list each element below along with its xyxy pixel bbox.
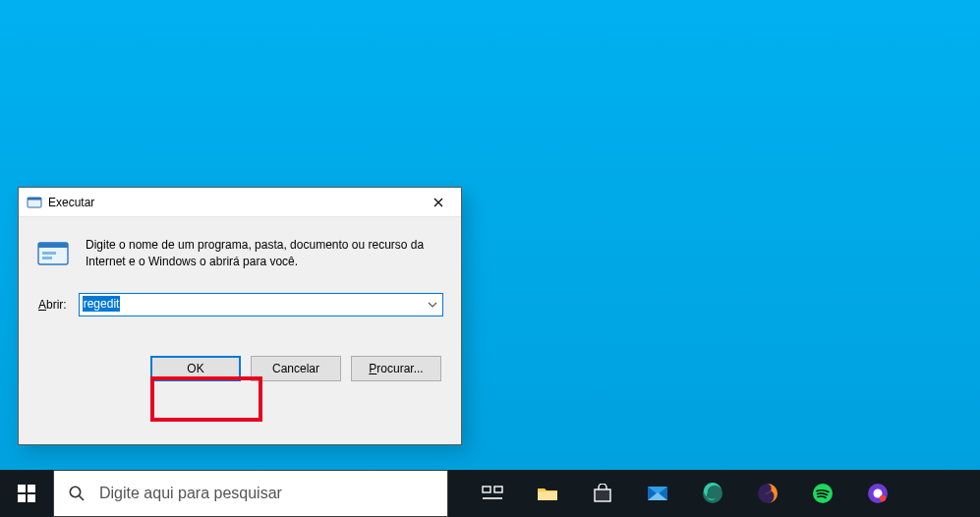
svg-rect-1 xyxy=(28,198,41,201)
svg-rect-11 xyxy=(538,491,557,500)
open-input[interactable] xyxy=(79,293,443,316)
svg-rect-4 xyxy=(42,252,56,255)
run-icon xyxy=(36,237,70,270)
ok-button[interactable]: OK xyxy=(150,356,241,381)
firefox-icon[interactable] xyxy=(743,470,792,517)
dialog-description: Digite o nome de um programa, pasta, doc… xyxy=(86,237,443,271)
titlebar[interactable]: Executar xyxy=(19,188,461,217)
taskbar-icons xyxy=(468,470,902,517)
cancel-button[interactable]: Cancelar xyxy=(251,356,341,381)
dialog-body: Digite o nome de um programa, pasta, doc… xyxy=(19,217,461,397)
search-placeholder: Digite aqui para pesquisar xyxy=(99,485,282,502)
button-row: OK Cancelar Procurar... xyxy=(36,356,443,381)
svg-rect-12 xyxy=(595,489,610,501)
start-button[interactable] xyxy=(0,470,53,517)
store-icon[interactable] xyxy=(578,470,627,517)
svg-rect-5 xyxy=(42,257,52,259)
run-title-icon xyxy=(27,195,42,210)
svg-point-6 xyxy=(70,487,80,496)
mail-icon[interactable] xyxy=(633,470,682,517)
svg-rect-9 xyxy=(494,487,502,492)
taskbar: Digite aqui para pesquisar xyxy=(0,470,980,517)
close-button[interactable] xyxy=(416,188,461,217)
chevron-down-icon[interactable] xyxy=(423,294,442,316)
task-view-icon[interactable] xyxy=(468,470,517,517)
search-icon xyxy=(68,485,86,502)
spotify-icon[interactable] xyxy=(798,470,847,517)
svg-point-19 xyxy=(880,495,886,501)
browse-button[interactable]: Procurar... xyxy=(351,356,441,381)
dialog-title: Executar xyxy=(48,196,416,209)
file-explorer-icon[interactable] xyxy=(523,470,572,517)
open-combobox[interactable]: regedit xyxy=(79,293,443,316)
open-label: Abrir: xyxy=(38,298,67,312)
svg-line-7 xyxy=(80,496,85,501)
svg-rect-3 xyxy=(38,243,68,248)
windows-logo-icon xyxy=(18,485,35,502)
app-icon[interactable] xyxy=(853,470,902,517)
run-dialog: Executar Digite o nome de um programa, p… xyxy=(18,187,462,445)
edge-icon[interactable] xyxy=(688,470,737,517)
svg-rect-8 xyxy=(483,487,490,492)
taskbar-search[interactable]: Digite aqui para pesquisar xyxy=(53,470,448,517)
